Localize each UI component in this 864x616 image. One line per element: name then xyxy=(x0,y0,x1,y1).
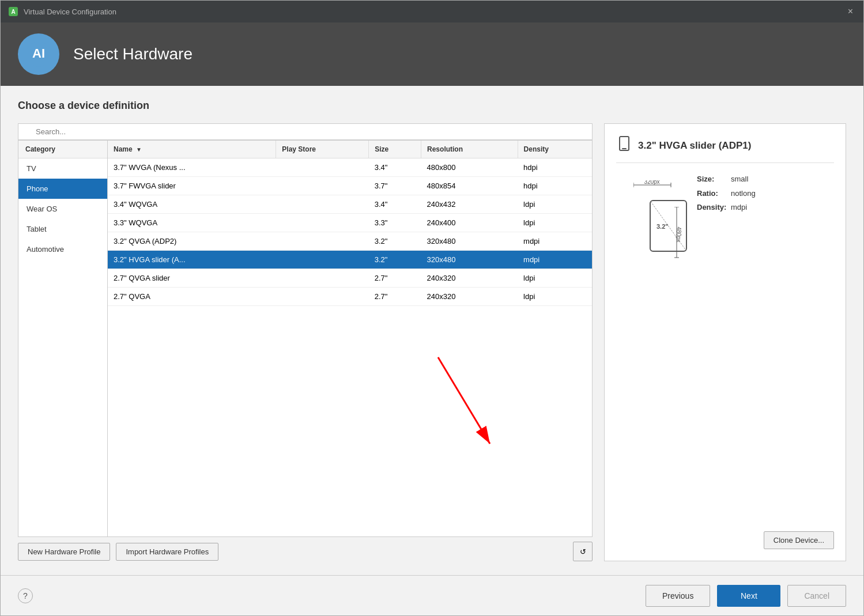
sidebar-item-tablet[interactable]: Tablet xyxy=(18,219,107,239)
phone-diagram: 320px 3.2" xyxy=(616,172,685,253)
help-button[interactable]: ? xyxy=(18,588,33,603)
spec-density-label: Density: xyxy=(697,201,729,215)
svg-text:AI: AI xyxy=(32,46,45,61)
help-icon: ? xyxy=(23,591,28,600)
spec-size-label: Size: xyxy=(697,172,729,187)
col-name[interactable]: Name ▼ xyxy=(108,141,276,158)
device-area: Category TV Phone Wear OS Tablet Automot… xyxy=(18,140,593,537)
table-row[interactable]: 3.7" FWVGA slider3.7"480x854hdpi xyxy=(108,177,592,195)
cell-resolution: 240x400 xyxy=(421,214,518,232)
table-row[interactable]: 3.4" WQVGA3.4"240x432ldpi xyxy=(108,195,592,214)
next-button[interactable]: Next xyxy=(717,585,780,607)
cell-resolution: 240x432 xyxy=(421,195,518,214)
device-table: Name ▼ Play Store Size Resolution Densit… xyxy=(108,141,592,306)
cell-density: mdpi xyxy=(518,251,592,269)
cell-density: hdpi xyxy=(518,158,592,177)
cell-name: 3.7" WVGA (Nexus ... xyxy=(108,158,276,177)
clone-device-button[interactable]: Clone Device... xyxy=(764,531,834,549)
sidebar-item-wear-os[interactable]: Wear OS xyxy=(18,199,107,219)
preview-device-icon xyxy=(616,135,632,156)
spec-ratio-label: Ratio: xyxy=(697,187,729,201)
cell-name: 3.7" FWVGA slider xyxy=(108,177,276,195)
cell-play-store xyxy=(276,195,369,214)
table-row[interactable]: 2.7" QVGA slider2.7"240x320ldpi xyxy=(108,269,592,288)
cell-density: ldpi xyxy=(518,214,592,232)
spec-size-value: small xyxy=(731,172,748,187)
preview-specs: Size: small Ratio: notlong Density: mdpi xyxy=(697,172,756,215)
sort-arrow-icon: ▼ xyxy=(136,146,142,153)
spec-size: Size: small xyxy=(697,172,756,187)
cell-size: 3.3" xyxy=(369,214,421,232)
table-row[interactable]: 3.2" QVGA (ADP2)3.2"320x480mdpi xyxy=(108,232,592,251)
diagonal-label: 3.2" xyxy=(657,223,669,230)
table-header-row: Name ▼ Play Store Size Resolution Densit… xyxy=(108,141,592,158)
device-table-wrapper[interactable]: Name ▼ Play Store Size Resolution Densit… xyxy=(108,141,592,536)
cell-name: 3.4" WQVGA xyxy=(108,195,276,214)
cell-size: 3.4" xyxy=(369,158,421,177)
section-title: Choose a device definition xyxy=(18,100,846,112)
cell-density: ldpi xyxy=(518,195,592,214)
cell-resolution: 240x320 xyxy=(421,288,518,306)
table-row[interactable]: 3.7" WVGA (Nexus ...3.4"480x800hdpi xyxy=(108,158,592,177)
search-wrapper: 🔍 xyxy=(18,123,593,140)
col-resolution[interactable]: Resolution xyxy=(421,141,518,158)
sidebar-item-tv[interactable]: TV xyxy=(18,158,107,179)
col-play-store[interactable]: Play Store xyxy=(276,141,369,158)
main-layout: 🔍 Category TV Phone Wear OS Tablet Autom… xyxy=(18,123,846,561)
cell-density: ldpi xyxy=(518,288,592,306)
category-header: Category xyxy=(18,141,107,158)
col-size[interactable]: Size xyxy=(369,141,421,158)
sidebar-item-phone[interactable]: Phone xyxy=(18,179,107,199)
cell-size: 3.2" xyxy=(369,232,421,251)
table-row[interactable]: 3.3" WQVGA3.3"240x400ldpi xyxy=(108,214,592,232)
cell-resolution: 320x480 xyxy=(421,251,518,269)
device-table-body: 3.7" WVGA (Nexus ...3.4"480x800hdpi3.7" … xyxy=(108,158,592,306)
cell-resolution: 480x854 xyxy=(421,177,518,195)
cell-resolution: 480x800 xyxy=(421,158,518,177)
cell-resolution: 240x320 xyxy=(421,269,518,288)
cell-size: 2.7" xyxy=(369,288,421,306)
cancel-button[interactable]: Cancel xyxy=(787,585,846,607)
cell-play-store xyxy=(276,232,369,251)
new-hardware-profile-button[interactable]: New Hardware Profile xyxy=(18,543,110,561)
header-logo: AI xyxy=(18,33,59,75)
preview-device-title: 3.2" HVGA slider (ADP1) xyxy=(638,140,751,152)
cell-play-store xyxy=(276,269,369,288)
refresh-button[interactable]: ↺ xyxy=(573,542,593,561)
svg-text:A: A xyxy=(11,9,15,15)
previous-button[interactable]: Previous xyxy=(646,585,710,607)
cell-resolution: 320x480 xyxy=(421,232,518,251)
window: A Virtual Device Configuration × AI Sele… xyxy=(0,0,864,616)
header: AI Select Hardware xyxy=(1,22,863,86)
left-panel: 🔍 Category TV Phone Wear OS Tablet Autom… xyxy=(18,123,593,561)
device-preview: 3.2" HVGA slider (ADP1) xyxy=(604,123,846,561)
table-row[interactable]: 3.2" HVGA slider (A...3.2"320x480mdpi xyxy=(108,251,592,269)
col-density[interactable]: Density xyxy=(518,141,592,158)
height-label: 480px xyxy=(672,207,681,260)
title-bar: A Virtual Device Configuration × xyxy=(1,1,863,22)
spec-ratio-value: notlong xyxy=(731,187,756,201)
width-label: 320px xyxy=(633,180,674,191)
clone-btn-row: Clone Device... xyxy=(616,531,834,549)
svg-text:480px: 480px xyxy=(676,226,681,242)
preview-title-row: 3.2" HVGA slider (ADP1) xyxy=(616,135,834,163)
search-input[interactable] xyxy=(18,123,593,140)
close-button[interactable]: × xyxy=(844,5,857,18)
cell-name: 2.7" QVGA slider xyxy=(108,269,276,288)
category-list: Category TV Phone Wear OS Tablet Automot… xyxy=(18,141,108,536)
cell-play-store xyxy=(276,214,369,232)
cell-size: 3.7" xyxy=(369,177,421,195)
cell-density: ldpi xyxy=(518,269,592,288)
footer: ? Previous Next Cancel xyxy=(1,575,863,615)
import-hardware-profiles-button[interactable]: Import Hardware Profiles xyxy=(116,543,218,561)
cell-size: 3.4" xyxy=(369,195,421,214)
cell-name: 2.7" QVGA xyxy=(108,288,276,306)
table-row[interactable]: 2.7" QVGA2.7"240x320ldpi xyxy=(108,288,592,306)
cell-play-store xyxy=(276,158,369,177)
sidebar-item-automotive[interactable]: Automotive xyxy=(18,239,107,259)
cell-density: hdpi xyxy=(518,177,592,195)
spec-density-value: mdpi xyxy=(731,201,747,215)
cell-name: 3.3" WQVGA xyxy=(108,214,276,232)
preview-body: 320px 3.2" xyxy=(616,172,834,526)
svg-rect-5 xyxy=(622,148,627,149)
